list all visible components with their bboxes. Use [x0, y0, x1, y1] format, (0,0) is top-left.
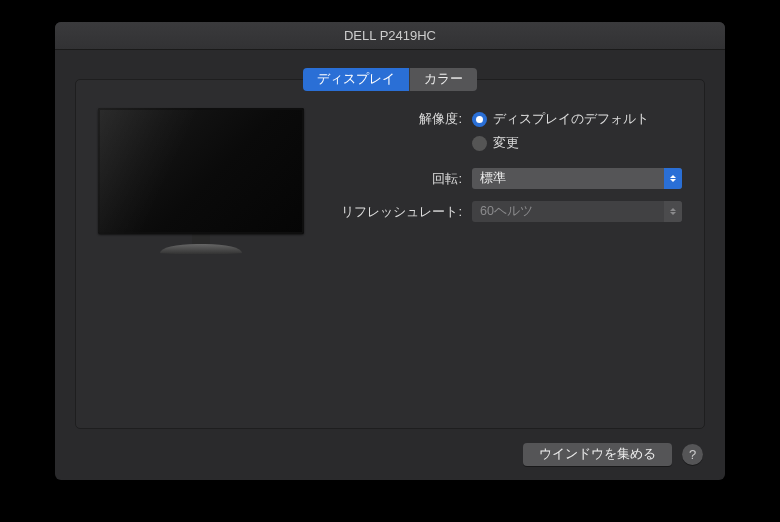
settings-panel: 解像度: ディスプレイのデフォルト 変更 — [75, 79, 705, 429]
resolution-row-default: 解像度: ディスプレイのデフォルト — [332, 110, 682, 128]
stepper-arrows-icon — [664, 168, 682, 189]
rotation-label: 回転: — [332, 170, 472, 188]
panel-inner: 解像度: ディスプレイのデフォルト 変更 — [98, 108, 682, 254]
monitor-stand-base — [160, 244, 242, 254]
resolution-label: 解像度: — [332, 110, 472, 128]
radio-dot-icon — [472, 112, 487, 127]
radio-dot-icon — [472, 136, 487, 151]
tab-color[interactable]: カラー — [410, 68, 477, 91]
refresh-label: リフレッシュレート: — [332, 203, 472, 221]
radio-resolution-scaled[interactable]: 変更 — [472, 134, 519, 152]
resolution-row-scaled: 変更 — [332, 134, 682, 152]
refresh-value: 60ヘルツ — [480, 203, 533, 220]
stepper-arrows-icon — [664, 201, 682, 222]
refresh-select: 60ヘルツ — [472, 201, 682, 222]
tab-display[interactable]: ディスプレイ — [303, 68, 410, 91]
preferences-window: DELL P2419HC ディスプレイ カラー 解像度: — [55, 22, 725, 480]
help-button[interactable]: ? — [682, 444, 703, 465]
resolution-group: 解像度: ディスプレイのデフォルト 変更 — [332, 110, 682, 152]
monitor-preview — [98, 108, 304, 254]
rotation-select[interactable]: 標準 — [472, 168, 682, 189]
settings-form: 解像度: ディスプレイのデフォルト 変更 — [332, 108, 682, 254]
rotation-row: 回転: 標準 — [332, 168, 682, 189]
monitor-screen-icon — [98, 108, 304, 234]
window-content: ディスプレイ カラー 解像度: ディ — [55, 50, 725, 480]
tab-bar: ディスプレイ カラー — [303, 68, 477, 91]
radio-label-scaled: 変更 — [493, 134, 519, 152]
gather-windows-button[interactable]: ウインドウを集める — [523, 443, 672, 466]
refresh-row: リフレッシュレート: 60ヘルツ — [332, 201, 682, 222]
footer: ウインドウを集める ? — [523, 443, 703, 466]
radio-label-default: ディスプレイのデフォルト — [493, 110, 649, 128]
window-title: DELL P2419HC — [55, 22, 725, 50]
monitor-stand-neck — [192, 234, 210, 244]
radio-resolution-default[interactable]: ディスプレイのデフォルト — [472, 110, 649, 128]
rotation-value: 標準 — [480, 170, 506, 187]
